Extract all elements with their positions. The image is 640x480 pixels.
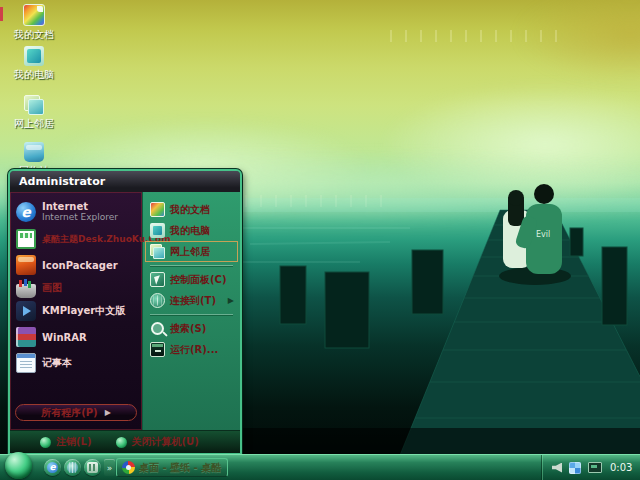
desktop-icon-label: 网上邻居 bbox=[14, 118, 54, 129]
start-menu-footer: 注销(L) 关闭计算机(U) bbox=[10, 430, 240, 453]
desktop-icon-my-documents[interactable]: 我的文档 bbox=[3, 4, 65, 40]
quick-launch-chevron[interactable]: » bbox=[104, 459, 115, 476]
start-menu-item-kmplayer[interactable]: KMPlayer中文版 bbox=[12, 298, 140, 324]
start-menu-item-search[interactable]: 搜索(S) bbox=[145, 318, 238, 339]
network-places-icon bbox=[150, 244, 165, 259]
desktop-icon-label: 我的文档 bbox=[14, 29, 54, 40]
pier-scene: Evil bbox=[240, 170, 640, 460]
start-menu-item-notepad[interactable]: 记事本 bbox=[12, 350, 140, 376]
start-button[interactable] bbox=[5, 452, 32, 479]
quick-launch-internet-explorer[interactable]: e bbox=[44, 459, 61, 476]
shut-down-button[interactable]: 关闭计算机(U) bbox=[116, 435, 199, 449]
run-icon bbox=[150, 342, 165, 357]
network-status-icon[interactable] bbox=[588, 462, 602, 473]
quick-launch-browser[interactable] bbox=[64, 459, 81, 476]
start-menu-item-my-computer[interactable]: 我的电脑 bbox=[145, 220, 238, 241]
start-menu-item-connect-to[interactable]: 连接到(T) ▶ bbox=[145, 290, 238, 311]
internet-explorer-icon: e bbox=[47, 462, 58, 473]
windows-update-icon[interactable] bbox=[569, 462, 581, 474]
start-menu-item-internet[interactable]: Internet Internet Explorer bbox=[12, 198, 140, 226]
my-computer-icon bbox=[24, 46, 44, 66]
network-places-icon bbox=[24, 95, 44, 115]
start-menu-user-banner: Administrator bbox=[10, 171, 240, 192]
iconpackager-icon bbox=[16, 255, 36, 275]
log-off-icon bbox=[40, 437, 51, 448]
recycle-bin-icon bbox=[24, 142, 44, 162]
task-button-browser-window[interactable]: 桌面 - 壁纸 - 桌酷... bbox=[116, 458, 228, 477]
shirt-text: Evil bbox=[536, 230, 550, 239]
my-documents-icon bbox=[150, 202, 165, 217]
start-menu-places-column: 我的文档 我的电脑 网上邻居 控制面板(C) 连接到(T) bbox=[142, 192, 240, 430]
zhuoku-theme-icon bbox=[16, 229, 36, 249]
desktop-icon-network-places[interactable]: 网上邻居 bbox=[3, 95, 65, 129]
start-menu-item-control-panel[interactable]: 控制面板(C) bbox=[145, 269, 238, 290]
all-programs-button[interactable]: 所有程序(P) ▶ bbox=[15, 404, 137, 421]
start-menu-item-paint[interactable]: 画图 bbox=[12, 278, 140, 298]
notepad-icon bbox=[16, 353, 36, 373]
my-computer-icon bbox=[150, 223, 165, 238]
desktop-screen: Evil 我的文档 我的电脑 网上邻居 回收站 Administrator In… bbox=[0, 0, 640, 480]
globe-icon bbox=[67, 462, 78, 473]
shut-down-icon bbox=[116, 437, 127, 448]
browser-window-icon bbox=[122, 461, 135, 474]
submenu-arrow-icon: ▶ bbox=[105, 408, 111, 417]
taskbar-clock[interactable]: 0:03 bbox=[610, 462, 632, 473]
internet-explorer-icon bbox=[16, 202, 36, 222]
start-menu-body: Internet Internet Explorer 桌酷主题Desk.Zhuo… bbox=[10, 192, 240, 430]
volume-icon[interactable] bbox=[552, 463, 562, 473]
menu-separator bbox=[150, 265, 233, 266]
log-off-button[interactable]: 注销(L) bbox=[40, 435, 92, 449]
show-desktop-icon bbox=[87, 462, 98, 473]
menu-separator bbox=[150, 314, 233, 315]
start-menu-item-run[interactable]: 运行(R)... bbox=[145, 339, 238, 360]
start-menu: Administrator Internet Internet Explorer… bbox=[8, 169, 242, 455]
start-menu-item-iconpackager[interactable]: IconPackager bbox=[12, 252, 140, 278]
my-documents-icon bbox=[23, 4, 45, 26]
system-tray: 0:03 bbox=[542, 455, 640, 480]
start-menu-item-my-documents[interactable]: 我的文档 bbox=[145, 199, 238, 220]
start-menu-pinned-column: Internet Internet Explorer 桌酷主题Desk.Zhuo… bbox=[10, 192, 142, 430]
winrar-icon bbox=[16, 327, 36, 347]
sky-texture bbox=[390, 30, 570, 42]
start-menu-item-zhuoku-theme[interactable]: 桌酷主题Desk.ZhuoKu.Com bbox=[12, 226, 140, 252]
control-panel-icon bbox=[150, 272, 165, 287]
kmplayer-icon bbox=[16, 301, 36, 321]
submenu-arrow-icon: ▶ bbox=[228, 296, 234, 305]
start-menu-item-winrar[interactable]: WinRAR bbox=[12, 324, 140, 350]
desktop-icon-label: 我的电脑 bbox=[14, 69, 54, 80]
taskbar: e » 桌面 - 壁纸 - 桌酷... 0:03 bbox=[0, 454, 640, 480]
start-menu-item-network-places[interactable]: 网上邻居 bbox=[145, 241, 238, 262]
desktop-icon-my-computer[interactable]: 我的电脑 bbox=[3, 46, 65, 80]
paint-icon bbox=[16, 284, 36, 298]
search-icon bbox=[151, 322, 164, 335]
connect-to-icon bbox=[150, 293, 165, 308]
quick-launch-bar: e » bbox=[44, 459, 115, 476]
quick-launch-show-desktop[interactable] bbox=[84, 459, 101, 476]
